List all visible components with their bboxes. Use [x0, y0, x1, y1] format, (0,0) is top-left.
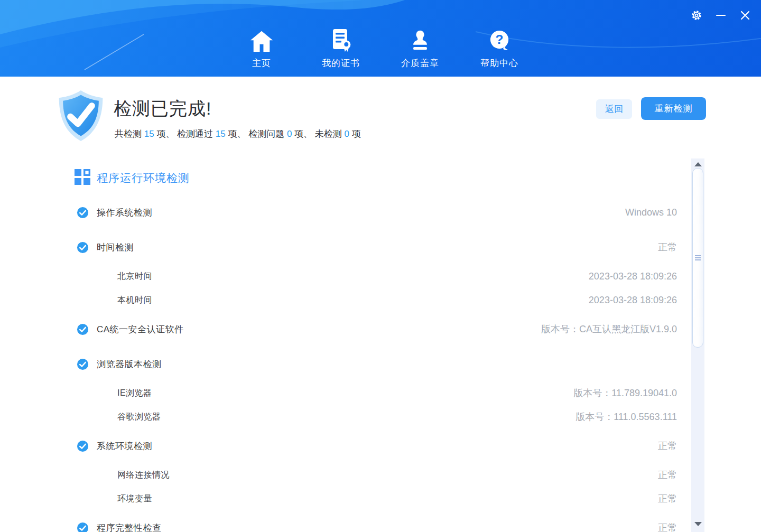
section-header: 程序运行环境检测: [75, 170, 677, 186]
nav-label-certificates: 我的证书: [322, 57, 360, 69]
check-list: 程序运行环境检测 操作系统检测 Windows 10 时间检测 正常 北京时间 …: [75, 170, 677, 532]
result-title: 检测已完成!: [114, 97, 361, 121]
stamp-icon: [408, 27, 432, 53]
check-rows: 操作系统检测 Windows 10 时间检测 正常 北京时间 2023-03-2…: [75, 206, 677, 532]
check-value: 正常: [658, 469, 677, 481]
check-row-beijing-time: 北京时间 2023-03-28 18:09:26: [75, 269, 677, 283]
check-label: 环境变量: [117, 493, 152, 505]
minimize-button[interactable]: [713, 8, 728, 23]
check-label: 系统环境检测: [97, 440, 152, 452]
check-label: 网络连接情况: [117, 470, 170, 481]
gear-icon: [690, 9, 703, 23]
scrollbar-grip-icon: [695, 255, 701, 260]
check-row-env-vars: 环境变量 正常: [75, 492, 677, 506]
nav-item-stamp[interactable]: 介质盖章: [394, 27, 446, 69]
check-row-system-env: 系统环境检测 正常: [75, 439, 677, 453]
check-value: 2023-03-28 18:09:26: [589, 271, 677, 282]
check-row-ca-software: CA统一安全认证软件 版本号：CA互认黑龙江版V1.9.0: [75, 322, 677, 336]
check-label: 浏览器版本检测: [97, 358, 162, 370]
minimize-icon: [715, 10, 727, 23]
check-value: 2023-03-28 18:09:26: [589, 295, 677, 306]
back-button[interactable]: 返回: [596, 99, 632, 119]
check-row-os: 操作系统检测 Windows 10: [75, 206, 677, 219]
section-title: 程序运行环境检测: [97, 171, 190, 185]
check-passed-icon: [77, 207, 89, 219]
nav-item-home[interactable]: 主页: [236, 27, 287, 69]
settings-button[interactable]: [689, 8, 704, 23]
check-label: IE浏览器: [117, 388, 152, 399]
nav-label-help: 帮助中心: [480, 57, 518, 69]
triangle-down-icon: [694, 522, 702, 526]
shield-check-icon: [56, 89, 106, 145]
scrollbar-thumb[interactable]: [692, 168, 703, 348]
check-value: 正常: [658, 440, 677, 452]
nav-label-stamp: 介质盖章: [401, 57, 439, 69]
triangle-up-icon: [694, 162, 702, 166]
check-row-network: 网络连接情况 正常: [75, 468, 677, 482]
check-row-browser: 浏览器版本检测: [75, 357, 677, 371]
close-button[interactable]: [738, 8, 753, 23]
close-icon: [739, 10, 751, 23]
home-icon: [249, 27, 274, 53]
check-row-ie-browser: IE浏览器 版本号：11.789.19041.0: [75, 386, 677, 400]
grid-icon: [75, 169, 90, 187]
main-nav: 主页 我的证书: [0, 27, 761, 69]
check-label: 程序完整性检查: [97, 522, 162, 532]
nav-label-home: 主页: [252, 57, 271, 69]
check-passed-icon: [77, 323, 89, 335]
certificate-icon: [328, 27, 354, 53]
check-row-chrome-browser: 谷歌浏览器 版本号：111.0.5563.111: [75, 410, 677, 424]
result-summary: 共检测 15 项、 检测通过 15 项、 检测问题 0 项、 未检测 0 项: [115, 128, 361, 140]
check-value: 正常: [658, 241, 677, 254]
nav-item-certificates[interactable]: 我的证书: [315, 27, 367, 69]
check-value: Windows 10: [625, 207, 677, 218]
svg-text:?: ?: [495, 32, 503, 46]
check-passed-icon: [77, 358, 89, 370]
recheck-button[interactable]: 重新检测: [641, 97, 706, 120]
vertical-scrollbar[interactable]: [691, 158, 704, 532]
result-header: 检测已完成! 共检测 15 项、 检测通过 15 项、 检测问题 0 项、 未检…: [0, 77, 761, 156]
result-actions: 返回 重新检测: [596, 97, 706, 120]
app-window: 主页 我的证书: [0, 0, 761, 532]
check-row-local-time: 本机时间 2023-03-28 18:09:26: [75, 293, 677, 307]
check-value: 正常: [658, 521, 677, 532]
check-passed-icon: [77, 522, 89, 532]
check-label: 谷歌浏览器: [117, 412, 161, 423]
window-controls: [689, 8, 753, 23]
check-row-integrity: 程序完整性检查 正常: [75, 521, 677, 532]
check-value: 版本号：CA互认黑龙江版V1.9.0: [541, 323, 677, 335]
check-label: CA统一安全认证软件: [97, 323, 184, 335]
check-value: 版本号：111.0.5563.111: [576, 410, 677, 423]
check-value: 正常: [658, 492, 677, 505]
check-value: 版本号：11.789.19041.0: [573, 387, 677, 399]
app-header: 主页 我的证书: [0, 0, 761, 77]
result-text: 检测已完成! 共检测 15 项、 检测通过 15 项、 检测问题 0 项、 未检…: [114, 97, 361, 140]
check-passed-icon: [77, 241, 89, 254]
check-label: 北京时间: [117, 271, 152, 282]
check-label: 本机时间: [117, 295, 152, 306]
check-row-time: 时间检测 正常: [75, 240, 677, 254]
check-label: 操作系统检测: [97, 207, 152, 219]
scroll-down-button[interactable]: [691, 519, 704, 529]
help-center-icon: ?: [487, 27, 512, 53]
check-passed-icon: [77, 440, 89, 452]
nav-item-help[interactable]: ? 帮助中心: [474, 27, 525, 69]
check-label: 时间检测: [97, 241, 134, 254]
